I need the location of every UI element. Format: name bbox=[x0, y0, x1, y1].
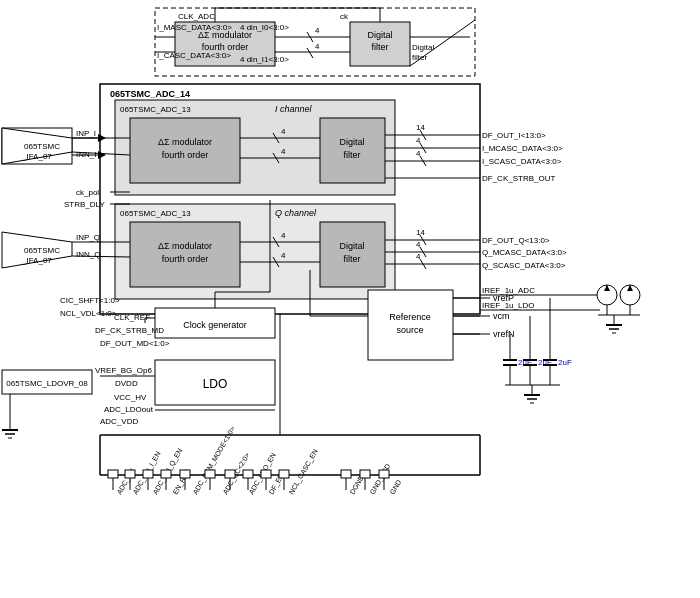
svg-text:fourth order: fourth order bbox=[162, 254, 209, 264]
svg-text:INP_I: INP_I bbox=[76, 129, 96, 138]
svg-rect-194 bbox=[125, 470, 135, 478]
svg-text:065TSMC: 065TSMC bbox=[24, 142, 60, 151]
svg-rect-198 bbox=[161, 470, 171, 478]
svg-text:STRB_DLY: STRB_DLY bbox=[64, 200, 105, 209]
svg-text:ADC_VDD: ADC_VDD bbox=[100, 417, 138, 426]
svg-text:ck: ck bbox=[340, 12, 349, 21]
svg-text:source: source bbox=[396, 325, 423, 335]
svg-text:ΔΣ modulator: ΔΣ modulator bbox=[158, 137, 212, 147]
svg-text:GND: GND bbox=[388, 479, 402, 496]
svg-text:vcm: vcm bbox=[493, 311, 510, 321]
svg-text:filter: filter bbox=[343, 254, 360, 264]
svg-text:I_MCASC_DATA<3:0>: I_MCASC_DATA<3:0> bbox=[482, 144, 563, 153]
svg-text:filter: filter bbox=[343, 150, 360, 160]
svg-text:4: 4 bbox=[315, 26, 320, 35]
svg-text:Q channel: Q channel bbox=[275, 208, 317, 218]
svg-text:NCL_VDL<1:0>: NCL_VDL<1:0> bbox=[60, 309, 117, 318]
svg-text:vrefP: vrefP bbox=[493, 293, 514, 303]
svg-text:4: 4 bbox=[416, 136, 421, 145]
svg-text:DVDD: DVDD bbox=[115, 379, 138, 388]
svg-text:I channel: I channel bbox=[275, 104, 313, 114]
svg-text:fourth order: fourth order bbox=[162, 150, 209, 160]
svg-text:DF_OUT_I<13:0>: DF_OUT_I<13:0> bbox=[482, 131, 546, 140]
svg-text:_IFA_07: _IFA_07 bbox=[21, 152, 52, 161]
svg-rect-202 bbox=[205, 470, 215, 478]
svg-text:14: 14 bbox=[416, 123, 425, 132]
svg-text:NCL_CASC_EN: NCL_CASC_EN bbox=[287, 448, 319, 496]
svg-text:Q_MCASC_DATA<3:0>: Q_MCASC_DATA<3:0> bbox=[482, 248, 567, 257]
svg-text:4: 4 bbox=[315, 42, 320, 51]
svg-text:Q_SCASC_DATA<3:0>: Q_SCASC_DATA<3:0> bbox=[482, 261, 566, 270]
svg-text:VCC_HV: VCC_HV bbox=[114, 393, 147, 402]
svg-rect-208 bbox=[261, 470, 271, 478]
svg-text:DF_OUT_Q<13:0>: DF_OUT_Q<13:0> bbox=[482, 236, 550, 245]
svg-text:filter: filter bbox=[371, 42, 388, 52]
svg-text:filter: filter bbox=[412, 53, 427, 62]
svg-rect-214 bbox=[360, 470, 370, 478]
svg-text:Digital: Digital bbox=[339, 137, 364, 147]
svg-rect-210 bbox=[279, 470, 289, 478]
svg-text:DF_CK_STRB_OUT: DF_CK_STRB_OUT bbox=[482, 174, 555, 183]
svg-text:065TSMC: 065TSMC bbox=[24, 246, 60, 255]
svg-text:065TSMC_ADC_13: 065TSMC_ADC_13 bbox=[120, 105, 191, 114]
svg-text:2uF: 2uF bbox=[558, 358, 572, 367]
svg-text:I_SCASC_DATA<3:0>: I_SCASC_DATA<3:0> bbox=[482, 157, 562, 166]
svg-text:LDO: LDO bbox=[203, 377, 228, 391]
svg-text:4: 4 bbox=[281, 147, 286, 156]
svg-text:14: 14 bbox=[416, 228, 425, 237]
svg-text:DF_OUT_MD<1:0>: DF_OUT_MD<1:0> bbox=[100, 339, 170, 348]
svg-text:INN_I: INN_I bbox=[76, 150, 96, 159]
svg-text:4  din_I0<3:0>: 4 din_I0<3:0> bbox=[240, 23, 289, 32]
svg-text:ΔΣ modulator: ΔΣ modulator bbox=[158, 241, 212, 251]
svg-text:065TSMC_ADC_14: 065TSMC_ADC_14 bbox=[110, 89, 190, 99]
svg-text:4: 4 bbox=[416, 240, 421, 249]
svg-rect-216 bbox=[379, 470, 389, 478]
svg-rect-200 bbox=[180, 470, 190, 478]
svg-text:4: 4 bbox=[281, 251, 286, 260]
svg-rect-192 bbox=[108, 470, 118, 478]
svg-rect-204 bbox=[225, 470, 235, 478]
svg-text:INP_Q: INP_Q bbox=[76, 233, 100, 242]
svg-text:ADC_LDOout: ADC_LDOout bbox=[104, 405, 154, 414]
diagram: ΔΣ modulator fourth order Digital filter… bbox=[0, 0, 700, 598]
svg-text:DF_CK_STRB_MD: DF_CK_STRB_MD bbox=[95, 326, 164, 335]
svg-text:065TSMC_ADC_13: 065TSMC_ADC_13 bbox=[120, 209, 191, 218]
svg-rect-212 bbox=[341, 470, 351, 478]
svg-text:4: 4 bbox=[416, 252, 421, 261]
svg-text:CIC_SHFT<1:0>: CIC_SHFT<1:0> bbox=[60, 296, 120, 305]
svg-text:4: 4 bbox=[281, 127, 286, 136]
svg-text:4  din_I1<3:0>: 4 din_I1<3:0> bbox=[240, 55, 289, 64]
svg-text:065TSMC_LDOVR_08: 065TSMC_LDOVR_08 bbox=[6, 379, 88, 388]
svg-text:Digital: Digital bbox=[339, 241, 364, 251]
svg-text:ck_pol: ck_pol bbox=[76, 188, 99, 197]
svg-text:CLK_ADC: CLK_ADC bbox=[178, 12, 215, 21]
svg-text:Digital: Digital bbox=[367, 30, 392, 40]
svg-text:INN_Q: INN_Q bbox=[76, 250, 100, 259]
svg-rect-196 bbox=[143, 470, 153, 478]
svg-text:Reference: Reference bbox=[389, 312, 431, 322]
svg-text:I_MASC_DATA<3:0>: I_MASC_DATA<3:0> bbox=[157, 23, 232, 32]
schematic-svg: ΔΣ modulator fourth order Digital filter… bbox=[0, 0, 700, 598]
svg-text:Clock generator: Clock generator bbox=[183, 320, 247, 330]
svg-text:_IFA_07: _IFA_07 bbox=[21, 256, 52, 265]
svg-text:vrefN: vrefN bbox=[493, 329, 515, 339]
svg-text:4: 4 bbox=[416, 149, 421, 158]
svg-text:VREF_BG_Op6: VREF_BG_Op6 bbox=[95, 366, 152, 375]
svg-text:4: 4 bbox=[281, 231, 286, 240]
svg-rect-206 bbox=[243, 470, 253, 478]
